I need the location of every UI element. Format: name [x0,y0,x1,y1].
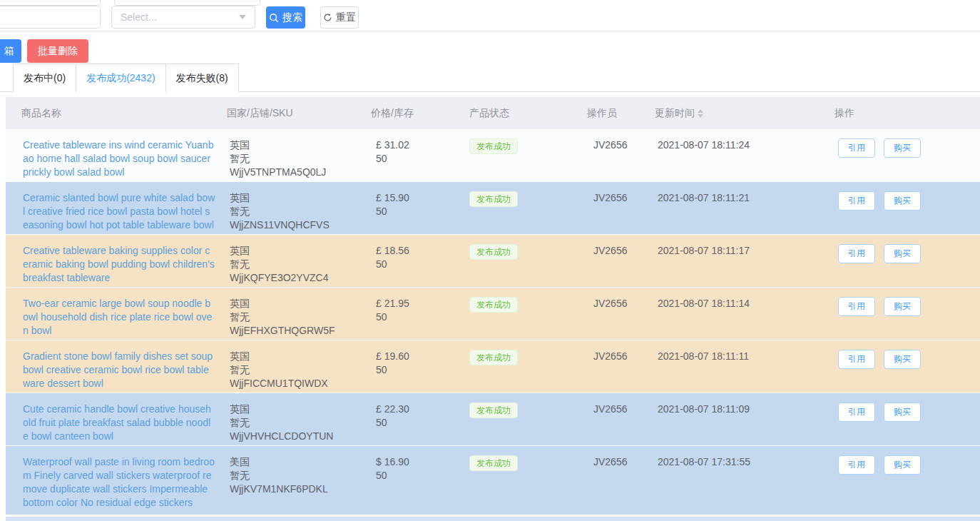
header-status: 产品状态 [464,107,581,120]
table-row: Waterproof wall paste in living room bed… [6,446,980,515]
price: £ 22.30 [376,403,464,416]
quote-button[interactable]: 引用 [838,350,875,369]
product-name-link[interactable]: Ceramic slanted bowl pure white salad bo… [23,191,215,232]
updated-time: 2021-08-07 18:11:14 [649,297,829,310]
stock: 50 [376,416,464,430]
quote-button[interactable]: 引用 [838,244,875,263]
quote-button[interactable]: 引用 [838,191,875,211]
filter-input-top-right[interactable] [114,0,260,6]
search-icon [269,13,279,23]
updated-time: 2021-08-07 18:11:24 [649,138,829,152]
header-product-name: 商品名称 [6,107,224,120]
updated-time: 2021-08-07 18:11:17 [649,244,829,258]
operator: JV2656 [581,244,649,258]
stock: 50 [376,469,464,482]
sku: WjjFICCMU1TQIWDX [230,377,365,390]
table-header: 商品名称 国家/店铺/SKU 价格/库存 产品状态 操作员 更新时间 操作 [6,97,980,129]
shop: 暂无 [230,258,365,271]
status-badge: 发布成功 [469,191,518,207]
country: 美国 [230,455,365,469]
refresh-icon [323,13,332,22]
buy-button[interactable]: 购买 [884,350,921,369]
buy-button[interactable]: 购买 [884,297,921,316]
chevron-down-icon [239,15,246,19]
price: £ 18.56 [376,244,464,258]
header-actions: 操作 [829,107,980,120]
price: £ 31.02 [376,138,464,152]
product-name-link[interactable]: Cute ceramic handle bowl creative househ… [23,403,215,443]
price: $ 16.90 [376,455,464,469]
filter-input-top-left[interactable] [0,0,101,6]
table-row: Creative tableware baking supplies color… [6,235,980,288]
quote-button[interactable]: 引用 [838,297,875,316]
country: 英国 [230,191,365,205]
filter-input[interactable] [0,6,101,29]
status-badge: 发布成功 [469,244,518,260]
stock: 50 [376,258,464,271]
operator: JV2656 [581,403,649,416]
price: £ 15.90 [376,191,464,205]
country: 英国 [230,138,365,152]
buy-button[interactable]: 购买 [884,403,921,422]
country: 英国 [230,244,365,258]
shop: 暂无 [230,310,365,324]
batch-delete-button[interactable]: 批量删除 [27,39,88,63]
filter-select[interactable]: Select... [111,6,255,29]
table-row: Creative tableware ins wind ceramic Yuan… [6,129,980,182]
status-badge: 发布成功 [469,455,518,471]
shop: 暂无 [230,416,365,430]
operator: JV2656 [581,138,649,152]
table-row: Two-ear ceramic large bowl soup noodle b… [6,288,980,340]
buy-button[interactable]: 购买 [884,191,921,211]
sku: WjjKQFYE3O2YVZC4 [230,271,365,285]
quote-button[interactable]: 引用 [838,455,875,475]
product-name-link[interactable]: Gradient stone bowl family dishes set so… [23,350,215,390]
table-row: Cute ceramic handle bowl creative househ… [6,393,980,446]
tab-1[interactable]: 发布成功(2432) [76,64,165,93]
buy-button[interactable]: 购买 [884,138,921,158]
status-badge: 发布成功 [469,350,518,365]
price: £ 21.95 [376,297,464,310]
product-name-link[interactable]: Creative tableware baking supplies color… [23,244,215,285]
operator: JV2656 [581,350,649,363]
sku: WjjZNS11VNQHCFVS [230,218,365,232]
product-name-link[interactable]: Waterproof wall paste in living room bed… [23,455,215,510]
table-row: Gradient stone bowl family dishes set so… [6,340,980,393]
product-name-link[interactable]: Two-ear ceramic large bowl soup noodle b… [23,297,215,338]
publish-box-button[interactable]: 箱 [0,39,21,63]
status-badge: 发布成功 [469,403,518,418]
product-name-link[interactable]: Creative tableware ins wind ceramic Yuan… [23,138,215,179]
sort-icon[interactable] [698,109,703,118]
search-button[interactable]: 搜索 [266,6,305,29]
reset-button[interactable]: 重置 [320,6,359,29]
updated-time: 2021-08-07 17:31:55 [649,455,829,469]
updated-time: 2021-08-07 18:11:21 [649,191,829,205]
operator: JV2656 [581,191,649,205]
buy-button[interactable]: 购买 [884,455,921,475]
publish-management-page: Select... 搜索 重置 箱 批量删除 发布中(0)发布成功(2432)发… [0,0,980,521]
tab-0[interactable]: 发布中(0) [13,64,76,92]
sku: WjjEFHXGTHQGRW5F [230,324,365,338]
shop: 暂无 [230,363,365,377]
header-updated-time: 更新时间 [649,107,829,120]
shop: 暂无 [230,152,365,166]
operator: JV2656 [581,455,649,469]
stock: 50 [376,205,464,218]
sku: WjjVHVHCLCDOYTUN [230,430,365,443]
quote-button[interactable]: 引用 [838,403,875,422]
status-tabs: 发布中(0)发布成功(2432)发布失败(8) [0,64,980,92]
partial-next-row [6,517,980,521]
country: 英国 [230,350,365,363]
product-table: 商品名称 国家/店铺/SKU 价格/库存 产品状态 操作员 更新时间 操作 Cr… [6,97,980,521]
price: £ 19.60 [376,350,464,363]
tab-2[interactable]: 发布失败(8) [166,64,239,92]
table-row: Ceramic slanted bowl pure white salad bo… [6,182,980,235]
stock: 50 [376,363,464,377]
updated-time: 2021-08-07 18:11:09 [649,403,829,416]
table-body: Creative tableware ins wind ceramic Yuan… [6,129,980,515]
status-badge: 发布成功 [469,138,518,154]
buy-button[interactable]: 购买 [884,244,921,263]
operator: JV2656 [581,297,649,310]
sku: WjjV5TNPTMA5Q0LJ [230,166,365,179]
quote-button[interactable]: 引用 [838,138,875,158]
